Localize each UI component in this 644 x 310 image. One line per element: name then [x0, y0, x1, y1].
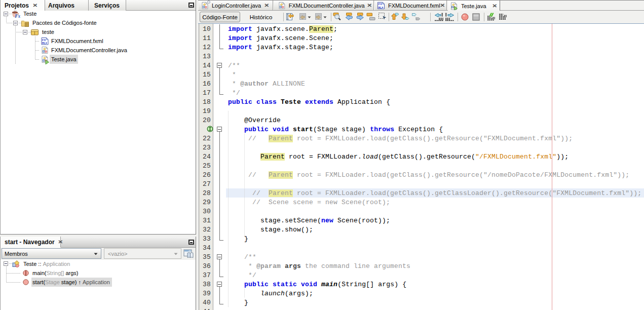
svg-text:ML: ML	[378, 6, 383, 9]
svg-text:ML: ML	[42, 42, 46, 45]
svg-text:Fx: Fx	[14, 14, 20, 19]
